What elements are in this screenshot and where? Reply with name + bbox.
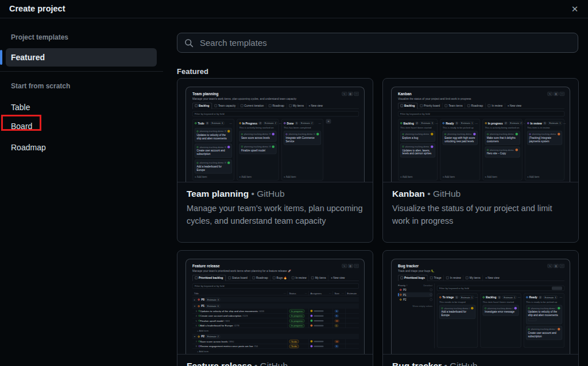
preview-card-badge [528,318,537,321]
sidebar-item-roadmap[interactable]: Roadmap [11,142,46,153]
preview-tab: In review [485,103,505,109]
preview-column-subtitle: This item hasn't been started [483,301,519,303]
preview-column-name: Todo [198,122,204,125]
overflow-icon: ⋯ [563,122,566,124]
preview-title: Team planning [192,92,342,96]
preview-tab: Roadmap [250,275,270,281]
status-dot-icon [241,133,243,135]
preview-board: To triage1Estimate: 1⋯This needs to be t… [437,293,564,348]
preview-card-title: Create user account and subscription [197,149,230,156]
preview-column-subtitle: This is ready to be picked up [526,301,562,303]
status-dot-icon [403,133,404,135]
avatar [431,145,434,148]
preview-card: planning-tracking-demo #878Add a leaderb… [195,159,232,174]
preview-card-repo: planning-tracking-demo #4 [289,133,316,136]
preview-estimate-pill: Estimate: 1 [502,295,517,299]
preview-estimate-pill: Estimate: 2 [263,122,277,126]
preview-subtitle: Visualize the status of your project and… [398,97,548,100]
preview-column-name: Ready [529,296,537,299]
preview-column-header: Done1Estimate: 2⋯ [284,122,321,126]
assignee-name [314,315,324,317]
preview-window: Bug trackerTrack and triage your bugs 🐛∿… [391,259,570,355]
preview-titlebar: Feature releaseManage your team's priori… [192,264,359,272]
preview-new-view-tab: + New view [328,275,347,281]
preview-column-header-cell: Size⋯ [332,291,345,295]
template-thumbnail: Bug trackerTrack and triage your bugs 🐛∿… [383,251,578,355]
overflow-icon: ⋯ [354,264,359,268]
caret-icon: ▾ [194,335,196,338]
size-pill: M [335,319,339,322]
preview-toolbar: ∿▥⋯ [342,264,359,268]
preview-tab: Backlog [398,103,417,109]
template-card-bug-tracker[interactable]: Bug trackerTrack and triage your bugs 🐛∿… [382,250,579,366]
preview-row-number: 3 [192,310,197,313]
avatar [311,315,313,317]
preview-board-column: In review1Estimate: 1⋯This item is in re… [525,119,564,181]
preview-card-meta: planning-tracking-demo #878 [197,162,230,165]
sidebar-item-featured[interactable]: Featured [6,48,157,67]
preview-window: KanbanVisualize the status of your proje… [391,87,570,182]
preview-card: planning-tracking-demo #555Hero site – C… [485,147,520,158]
preview-card: planning-tracking-demo #853Updates to ve… [195,128,232,142]
template-card-feature-release[interactable]: Feature releaseManage your team's priori… [177,250,373,366]
preview-board-column: Done1Estimate: 2⋯This has been completed… [281,119,323,181]
column-menu-icon: ⋯ [282,292,286,295]
preview-card: planning-tracking-demo #754Make sure tha… [485,131,520,145]
avatar [227,162,230,165]
sidebar-item-board[interactable]: Board [11,121,32,131]
template-card-team-planning[interactable]: Team planningManage your team's work ite… [177,78,373,243]
preview-card-repo: planning-tracking-demo #807 [405,145,430,148]
preview-tab: In review [289,275,309,281]
preview-column-subtitle: This is ready to be picked up [443,126,478,129]
preview-tab: Roadmap [266,103,287,109]
preview-count-pill: 2 [504,122,508,125]
preview-header-label: Estimate [347,292,357,295]
preview-column-cards: planning-tracking-demo #935Investigate e… [483,305,519,316]
preview-count-pill: 2 [415,122,419,125]
section-title: Featured [177,67,208,76]
preview-card-meta: planning-tracking-demo #878 [442,307,474,310]
preview-priority-label: P0 [403,289,407,291]
search-icon [184,38,194,48]
preview-card-meta: planning-tracking-demo #853 [197,130,230,133]
insights-icon: ∿ [342,264,347,268]
preview-subtitle: Track and triage your bugs 🐛 [398,269,548,272]
preview-estimate-pill: Estimate: 2 [509,122,523,126]
search-input[interactable] [199,37,571,48]
count-ring-icon [430,298,433,301]
template-owner: • GitHub [252,361,288,366]
avatar [558,133,560,136]
preview-panel-footer: Show empty values [398,305,432,308]
template-title: Team planning [187,189,249,198]
preview-column-header: Ready2Estimate: 3⋯ [526,295,562,299]
preview-card-repo: planning-tracking-demo #822 [531,328,557,331]
preview-group-name: P1 [202,305,205,307]
preview-header-label: Status [289,292,296,295]
preview-column-header: Backlog2Estimate: 3⋯ [400,122,435,126]
close-icon[interactable]: ✕ [568,3,581,15]
preview-board-column: Backlog1Estimate: 1⋯This item hasn't bee… [481,293,521,348]
preview-estimate-pill: Estimate: 1 [548,122,562,126]
preview-column-header: Backlog1Estimate: 1⋯ [483,295,519,299]
preview-card: planning-tracking-demo #807Updates to al… [400,143,435,158]
template-card-kanban[interactable]: KanbanVisualize the status of your proje… [382,78,579,243]
preview-card-repo: planning-tracking-demo #878 [200,162,227,165]
preview-board-column: In progress2Estimate: 2⋯This is actively… [482,119,522,181]
preview-row-ref: #278 [234,324,239,327]
avatar [316,133,319,136]
preview-priority-label: P2 [403,298,407,301]
avatar [471,307,474,310]
sidebar-item-table[interactable]: Table [11,102,30,112]
preview-card-repo: planning-tracking-demo #555 [490,149,514,151]
preview-column-header-cell: Assignees⋯ [308,291,332,295]
size-pill: S [335,309,339,313]
status-dot-icon [400,289,402,291]
preview-card: planning-tracking-demo #853Updates to ve… [526,305,562,325]
preview-count-pill: 1 [455,296,458,299]
preview-column-header: To triage1Estimate: 1⋯ [439,295,475,299]
sidebar-section-label-templates: Project templates [11,33,68,41]
status-dot-icon [439,297,442,299]
dialog-header: Create project ✕ [0,0,588,18]
template-thumbnail: Team planningManage your team's work ite… [177,79,373,182]
preview-add-item: + Add item [527,174,562,178]
